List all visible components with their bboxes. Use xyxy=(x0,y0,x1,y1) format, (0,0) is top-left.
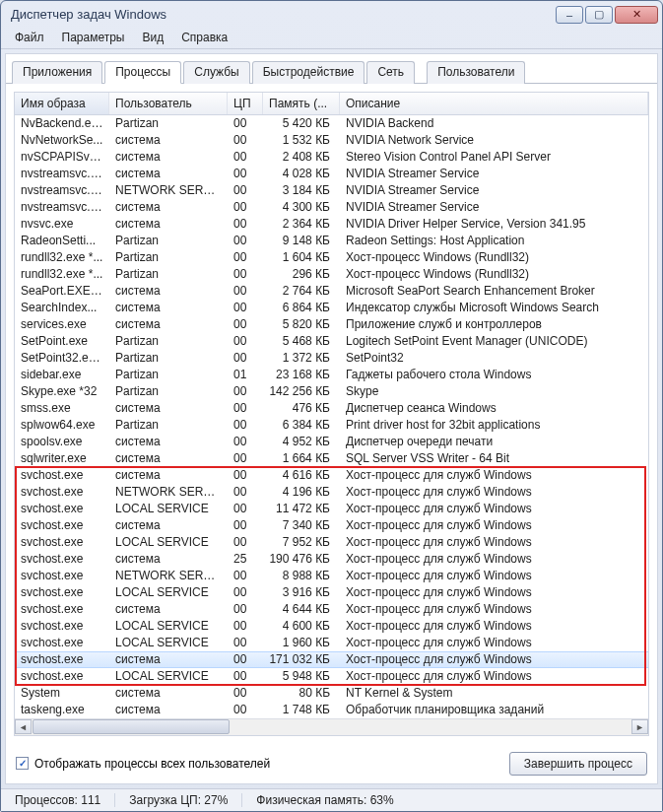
table-row[interactable]: svchost.exeLOCAL SERVICE001 960 КБХост-п… xyxy=(15,635,648,651)
cell-mem: 7 340 КБ xyxy=(263,518,340,532)
tab-1[interactable]: Процессы xyxy=(104,61,181,84)
end-process-button[interactable]: Завершить процесс xyxy=(509,752,647,776)
maximize-button[interactable]: ▢ xyxy=(585,6,613,24)
menu-options[interactable]: Параметры xyxy=(54,29,133,46)
table-row[interactable]: splwow64.exePartizan006 384 КБPrint driv… xyxy=(15,417,648,434)
column-header-4[interactable]: Описание xyxy=(340,93,648,114)
cell-mem: 11 472 КБ xyxy=(263,502,340,515)
cell-img: svchost.exe xyxy=(15,602,109,616)
table-row[interactable]: svchost.exeсистема25190 476 КБХост-проце… xyxy=(15,551,648,568)
cell-mem: 9 148 КБ xyxy=(263,234,340,247)
menu-help[interactable]: Справка xyxy=(173,29,235,46)
table-row[interactable]: SeaPort.EXE *32система002 764 КБMicrosof… xyxy=(15,283,648,300)
show-all-users-checkbox[interactable]: ✓ Отображать процессы всех пользователей xyxy=(16,757,270,771)
cell-cpu: 00 xyxy=(228,150,263,164)
table-row[interactable]: Skype.exe *32Partizan00142 256 КБSkype xyxy=(15,383,648,400)
cell-cpu: 00 xyxy=(228,435,263,448)
task-manager-window: Диспетчер задач Windows – ▢ ✕ Файл Парам… xyxy=(0,0,663,812)
table-row[interactable]: svchost.exeсистема00171 032 КБХост-проце… xyxy=(15,651,648,668)
table-row[interactable]: SetPoint.exePartizan005 468 КБLogitech S… xyxy=(15,333,648,350)
cell-mem: 1 532 КБ xyxy=(263,133,340,147)
cell-mem: 1 372 КБ xyxy=(263,351,340,365)
tab-0[interactable]: Приложения xyxy=(12,61,102,84)
cell-mem: 5 948 КБ xyxy=(263,669,340,683)
table-row[interactable]: SearchIndex...система006 864 КБИндексато… xyxy=(15,300,648,316)
cell-img: Skype.exe *32 xyxy=(15,384,109,398)
cell-img: nvstreamsvc.e... xyxy=(15,200,109,214)
table-row[interactable]: svchost.exeLOCAL SERVICE003 916 КБХост-п… xyxy=(15,584,648,601)
table-row[interactable]: rundll32.exe *...Partizan00296 КБХост-пр… xyxy=(15,266,648,283)
cell-img: nvstreamsvc.e... xyxy=(15,183,109,197)
cell-user: LOCAL SERVICE xyxy=(109,535,228,549)
table-row[interactable]: Systemсистема0080 КБNT Kernel & System xyxy=(15,685,648,702)
table-row[interactable]: nvsvc.exeсистема002 364 КБNVIDIA Driver … xyxy=(15,216,648,233)
cell-desc: Индексатор службы Microsoft Windows Sear… xyxy=(340,301,648,314)
tab-2[interactable]: Службы xyxy=(183,61,249,84)
table-row[interactable]: svchost.exeLOCAL SERVICE004 600 КБХост-п… xyxy=(15,618,648,635)
cell-cpu: 00 xyxy=(228,351,263,365)
table-row[interactable]: services.exeсистема005 820 КБПриложение … xyxy=(15,316,648,333)
table-row[interactable]: sidebar.exePartizan0123 168 КБГаджеты ра… xyxy=(15,367,648,383)
column-header-0[interactable]: Имя образа xyxy=(15,93,109,114)
process-rows[interactable]: NvBackend.ex...Partizan005 420 КБNVIDIA … xyxy=(15,115,648,718)
cell-desc: Хост-процесс для служб Windows xyxy=(340,552,648,566)
column-header-1[interactable]: Пользователь xyxy=(109,93,228,114)
table-row[interactable]: svchost.exeLOCAL SERVICE007 952 КБХост-п… xyxy=(15,534,648,551)
table-row[interactable]: svchost.exeLOCAL SERVICE0011 472 КБХост-… xyxy=(15,501,648,517)
column-header-2[interactable]: ЦП xyxy=(228,93,263,114)
cell-user: NETWORK SERVICE xyxy=(109,183,228,197)
cell-cpu: 01 xyxy=(228,368,263,381)
table-row[interactable]: svchost.exeсистема004 644 КБХост-процесс… xyxy=(15,601,648,618)
table-row[interactable]: spoolsv.exeсистема004 952 КБДиспетчер оч… xyxy=(15,434,648,450)
cell-desc: Microsoft SeaPort Search Enhancement Bro… xyxy=(340,284,648,298)
cell-img: svchost.exe xyxy=(15,535,109,549)
scroll-left-arrow[interactable]: ◄ xyxy=(15,719,32,734)
cell-user: Partizan xyxy=(109,250,228,264)
table-row[interactable]: svchost.exeсистема004 616 КБХост-процесс… xyxy=(15,467,648,484)
table-row[interactable]: nvstreamsvc.e...система004 300 КБNVIDIA … xyxy=(15,199,648,216)
column-header-3[interactable]: Память (... xyxy=(263,93,340,114)
cell-user: система xyxy=(109,317,228,331)
table-row[interactable]: svchost.exeLOCAL SERVICE005 948 КБХост-п… xyxy=(15,668,648,685)
table-row[interactable]: nvSCPAPISvr.e...система002 408 КБStereo … xyxy=(15,149,648,166)
cell-user: система xyxy=(109,200,228,214)
minimize-button[interactable]: – xyxy=(556,6,583,24)
table-row[interactable]: svchost.exeNETWORK SERVICE008 988 КБХост… xyxy=(15,568,648,584)
menu-view[interactable]: Вид xyxy=(134,29,171,46)
table-row[interactable]: rundll32.exe *...Partizan001 604 КБХост-… xyxy=(15,249,648,266)
cell-mem: 1 664 КБ xyxy=(263,451,340,465)
cell-img: svchost.exe xyxy=(15,652,109,666)
table-row[interactable]: svchost.exeNETWORK SERVICE004 196 КБХост… xyxy=(15,484,648,501)
cell-img: RadeonSetti... xyxy=(15,234,109,247)
menu-file[interactable]: Файл xyxy=(7,29,52,46)
tab-5[interactable]: Пользователи xyxy=(427,61,525,84)
table-row[interactable]: svchost.exeсистема007 340 КБХост-процесс… xyxy=(15,517,648,534)
cell-mem: 4 600 КБ xyxy=(263,619,340,633)
table-row[interactable]: NvBackend.ex...Partizan005 420 КБNVIDIA … xyxy=(15,115,648,132)
scroll-right-arrow[interactable]: ► xyxy=(631,719,648,734)
table-row[interactable]: taskeng.exeсистема001 748 КБОбработчик п… xyxy=(15,702,648,718)
table-row[interactable]: RadeonSetti...Partizan009 148 КБRadeon S… xyxy=(15,233,648,249)
menubar: Файл Параметры Вид Справка xyxy=(1,28,662,48)
cell-cpu: 00 xyxy=(228,317,263,331)
cell-desc: Хост-процесс Windows (Rundll32) xyxy=(340,250,648,264)
titlebar[interactable]: Диспетчер задач Windows – ▢ ✕ xyxy=(1,1,662,28)
table-row[interactable]: SetPoint32.ex...Partizan001 372 КБSetPoi… xyxy=(15,350,648,367)
horizontal-scrollbar[interactable]: ◄ ► xyxy=(15,718,648,735)
tab-4[interactable]: Сеть xyxy=(366,61,415,84)
table-row[interactable]: smss.exeсистема00476 КБДиспетчер сеанса … xyxy=(15,400,648,417)
table-row[interactable]: nvstreamsvc.e...NETWORK SERVICE003 184 К… xyxy=(15,182,648,199)
cell-user: система xyxy=(109,652,228,666)
checkbox-icon: ✓ xyxy=(16,757,29,770)
statusbar: Процессов: 111 Загрузка ЦП: 27% Физическ… xyxy=(1,788,662,811)
window-title: Диспетчер задач Windows xyxy=(11,7,554,22)
table-row[interactable]: NvNetworkSe...система001 532 КБNVIDIA Ne… xyxy=(15,132,648,149)
cell-mem: 1 748 КБ xyxy=(263,703,340,716)
close-button[interactable]: ✕ xyxy=(615,6,658,24)
table-row[interactable]: sqlwriter.exeсистема001 664 КБSQL Server… xyxy=(15,450,648,467)
tab-3[interactable]: Быстродействие xyxy=(252,61,365,84)
scroll-thumb[interactable] xyxy=(33,719,230,734)
cell-desc: NVIDIA Streamer Service xyxy=(340,183,648,197)
table-row[interactable]: nvstreamsvc.e...система004 028 КБNVIDIA … xyxy=(15,166,648,182)
cell-desc: Хост-процесс для служб Windows xyxy=(340,569,648,582)
